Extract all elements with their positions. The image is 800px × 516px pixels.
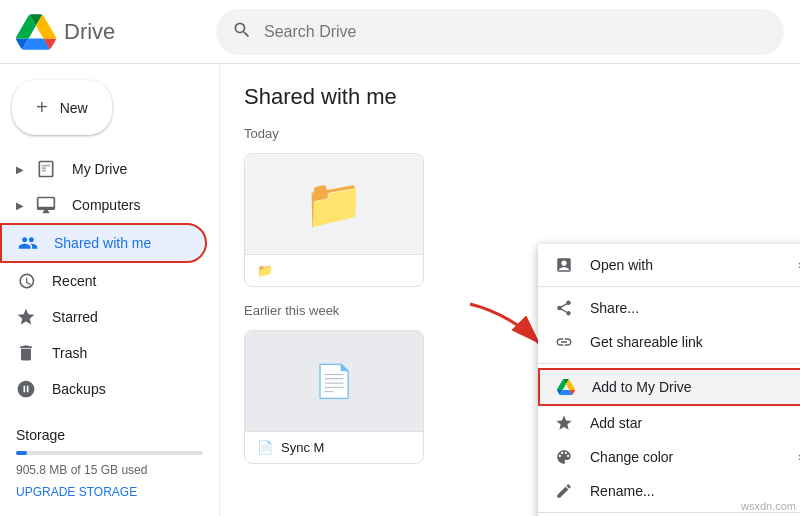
change-color-label: Change color (590, 449, 782, 465)
add-star-icon (554, 414, 574, 432)
trash-icon (16, 343, 36, 363)
expand-arrow-icon2: ▶ (16, 200, 24, 211)
file-card-earlier[interactable]: 📄 📄 Sync M (244, 330, 424, 464)
sidebar-item-label5: Starred (52, 309, 98, 325)
sidebar-item-label3: Shared with me (54, 235, 151, 251)
sidebar-item-label2: Computers (72, 197, 140, 213)
expand-arrow-icon: ▶ (16, 164, 24, 175)
search-bar[interactable] (216, 9, 784, 55)
storage-section: Storage 905.8 MB of 15 GB used UPGRADE S… (0, 415, 219, 511)
doc-icon: 📄 (314, 362, 354, 400)
open-with-icon (554, 256, 574, 274)
sidebar-item-starred[interactable]: Starred (0, 299, 207, 335)
sidebar: + New ▶ My Drive ▶ (0, 64, 220, 516)
section-today-label: Today (244, 126, 776, 141)
share-label: Share... (590, 300, 800, 316)
storage-bar-fill (16, 451, 27, 455)
share-icon (554, 299, 574, 317)
menu-item-add-to-drive[interactable]: Add to My Drive (538, 368, 800, 406)
rename-icon (554, 482, 574, 500)
sidebar-item-recent[interactable]: Recent (0, 263, 207, 299)
file-thumbnail2: 📄 (245, 331, 423, 431)
link-icon (554, 333, 574, 351)
folder-icon: 📁 (304, 176, 364, 232)
sidebar-item-label6: Trash (52, 345, 87, 361)
backups-icon (16, 379, 36, 399)
change-color-icon (554, 448, 574, 466)
menu-divider-2 (538, 363, 800, 364)
menu-divider-1 (538, 286, 800, 287)
menu-item-open-with[interactable]: Open with › (538, 248, 800, 282)
storage-info: 905.8 MB of 15 GB used (16, 463, 203, 477)
file-thumbnail: 📁 (245, 154, 423, 254)
shared-with-me-icon (18, 233, 38, 253)
file-card-footer: 📁 (245, 254, 423, 286)
add-to-drive-label: Add to My Drive (592, 379, 800, 395)
get-link-label: Get shareable link (590, 334, 800, 350)
menu-item-change-color[interactable]: Change color › (538, 440, 800, 474)
logo-area: Drive (16, 12, 216, 52)
starred-icon (16, 307, 36, 327)
sidebar-item-computers[interactable]: ▶ Computers (0, 187, 207, 223)
context-menu: Open with › Share... (538, 244, 800, 516)
app-title: Drive (64, 19, 115, 45)
new-button-label: New (60, 100, 88, 116)
open-with-label: Open with (590, 257, 782, 273)
plus-icon: + (36, 96, 48, 119)
menu-item-get-link[interactable]: Get shareable link (538, 325, 800, 359)
watermark: wsxdn.com (741, 500, 796, 512)
doc-small-icon: 📄 (257, 440, 273, 455)
add-star-label: Add star (590, 415, 800, 431)
sidebar-item-trash[interactable]: Trash (0, 335, 207, 371)
main-layout: + New ▶ My Drive ▶ (0, 64, 800, 516)
file-label-earlier: 📄 Sync M (245, 431, 423, 463)
sidebar-item-label: My Drive (72, 161, 127, 177)
computers-icon (36, 195, 56, 215)
sidebar-item-shared-with-me[interactable]: Shared with me (0, 223, 207, 263)
upgrade-storage-button[interactable]: UPGRADE STORAGE (16, 485, 203, 499)
drive-logo-icon (16, 12, 56, 52)
folder-small-icon: 📁 (257, 263, 273, 278)
sidebar-nav: ▶ My Drive ▶ Computers (0, 151, 219, 407)
add-to-drive-icon (556, 378, 576, 396)
storage-bar-bg (16, 451, 203, 455)
menu-item-share[interactable]: Share... (538, 291, 800, 325)
menu-divider-3 (538, 512, 800, 513)
sidebar-item-label4: Recent (52, 273, 96, 289)
backups-label: Backups (52, 381, 106, 397)
recent-icon (16, 271, 36, 291)
search-icon (232, 20, 252, 44)
app-header: Drive (0, 0, 800, 64)
sidebar-item-backups[interactable]: Backups (0, 371, 207, 407)
file-card-today[interactable]: 📁 📁 (244, 153, 424, 287)
my-drive-icon (36, 159, 56, 179)
menu-item-add-star[interactable]: Add star (538, 406, 800, 440)
page-title: Shared with me (244, 84, 776, 110)
rename-label: Rename... (590, 483, 800, 499)
storage-title: Storage (16, 427, 203, 443)
file-name2: Sync M (281, 440, 324, 455)
new-button[interactable]: + New (12, 80, 112, 135)
sidebar-item-my-drive[interactable]: ▶ My Drive (0, 151, 207, 187)
search-input[interactable] (264, 23, 768, 41)
content-area: Shared with me Today 📁 📁 Earlier this we… (220, 64, 800, 516)
